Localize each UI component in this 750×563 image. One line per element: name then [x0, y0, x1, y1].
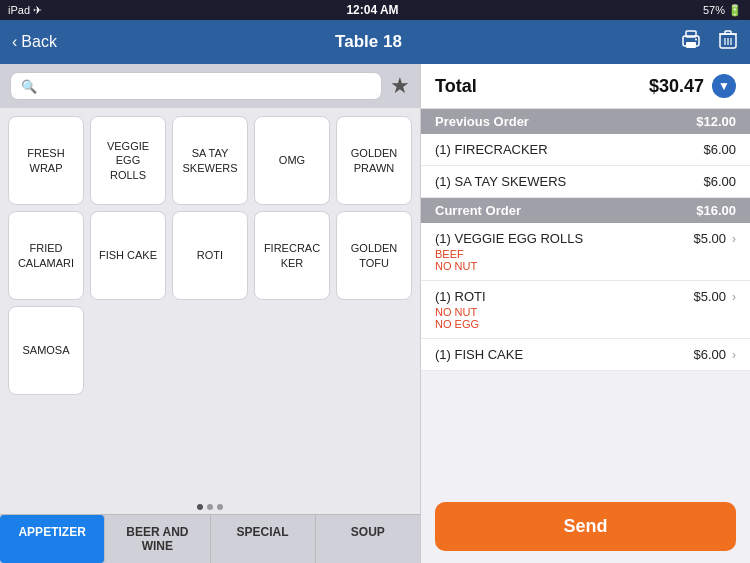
tab-soup[interactable]: SOUP [316, 515, 420, 563]
order-item-chevron-icon: › [732, 348, 736, 362]
menu-item-veggie-egg-rolls[interactable]: VEGGIE EGG ROLLS [90, 116, 166, 205]
previous-order-header: Previous Order$12.00 [421, 109, 750, 134]
current-order-header: Current Order$16.00 [421, 198, 750, 223]
order-item-right: $6.00 [703, 142, 736, 157]
order-item-left: (1) SA TAY SKEWERS [435, 174, 566, 189]
back-button[interactable]: ‹ Back [12, 33, 57, 51]
order-item-chevron-icon: › [732, 232, 736, 246]
svg-rect-1 [686, 42, 696, 48]
search-icon: 🔍 [21, 79, 37, 94]
total-value: $30.47 [649, 76, 704, 97]
order-item-name: (1) SA TAY SKEWERS [435, 174, 566, 189]
order-item-mod: BEEF [435, 248, 583, 260]
order-item-price: $5.00 [693, 289, 726, 304]
order-item-right: $6.00 [703, 174, 736, 189]
send-button[interactable]: Send [435, 502, 736, 551]
print-icon[interactable] [680, 29, 702, 56]
favorites-button[interactable]: ★ [390, 73, 410, 99]
order-item-name: (1) ROTI [435, 289, 486, 304]
send-btn-wrap: Send [421, 490, 750, 563]
status-time: 12:04 AM [346, 3, 398, 17]
menu-item-firecracker[interactable]: FIRECRAC KER [254, 211, 330, 300]
current-order-label: Current Order [435, 203, 521, 218]
total-amount: $30.47 ▼ [649, 74, 736, 98]
search-bar: 🔍 ★ [0, 64, 420, 108]
tab-appetizer[interactable]: APPETIZER [0, 515, 105, 563]
order-item-right: $6.00 › [693, 347, 736, 362]
order-item-left: (1) FISH CAKE [435, 347, 523, 362]
page-dot-1 [197, 504, 203, 510]
menu-item-sa-tay-skewers[interactable]: SA TAY SKEWERS [172, 116, 248, 205]
order-item-mod: NO EGG [435, 318, 486, 330]
order-item-mod: NO NUT [435, 260, 583, 272]
menu-item-samosa[interactable]: SAMOSA [8, 306, 84, 395]
nav-title: Table 18 [335, 32, 402, 52]
order-item-left: (1) FIRECRACKER [435, 142, 548, 157]
bottom-tabs: APPETIZERBEER AND WINESPECIALSOUP [0, 514, 420, 563]
order-item-name: (1) FISH CAKE [435, 347, 523, 362]
menu-item-omg[interactable]: OMG [254, 116, 330, 205]
current-order-item-0[interactable]: (1) VEGGIE EGG ROLLS BEEFNO NUT $5.00 › [421, 223, 750, 281]
order-item-mods: NO NUTNO EGG [435, 306, 486, 330]
menu-item-golden-prawn[interactable]: GOLDEN PRAWN [336, 116, 412, 205]
back-chevron-icon: ‹ [12, 33, 17, 51]
order-item-right: $5.00 › [693, 231, 736, 246]
menu-grid: FRESH WRAPVEGGIE EGG ROLLSSA TAY SKEWERS… [0, 108, 420, 498]
current-order-item-2[interactable]: (1) FISH CAKE $6.00 › [421, 339, 750, 371]
current-order-total: $16.00 [696, 203, 736, 218]
right-panel: Total $30.47 ▼ Previous Order$12.00 (1) … [420, 64, 750, 563]
status-right: 57% 🔋 [703, 4, 742, 17]
tab-special[interactable]: SPECIAL [211, 515, 316, 563]
current-order-item-1[interactable]: (1) ROTI NO NUTNO EGG $5.00 › [421, 281, 750, 339]
order-item-mod: NO NUT [435, 306, 486, 318]
menu-item-fried-calamari[interactable]: FRIED CALAMARI [8, 211, 84, 300]
order-item-price: $6.00 [703, 142, 736, 157]
status-bar: iPad ✈ 12:04 AM 57% 🔋 [0, 0, 750, 20]
search-input-wrap[interactable]: 🔍 [10, 72, 382, 100]
previous-order-item-1[interactable]: (1) SA TAY SKEWERS $6.00 [421, 166, 750, 198]
svg-point-3 [695, 38, 697, 40]
chevron-down-icon: ▼ [718, 79, 730, 93]
order-item-right: $5.00 › [693, 289, 736, 304]
trash-icon[interactable] [718, 29, 738, 56]
order-item-price: $6.00 [693, 347, 726, 362]
order-section: Previous Order$12.00 (1) FIRECRACKER $6.… [421, 109, 750, 490]
total-label: Total [435, 76, 477, 97]
previous-order-label: Previous Order [435, 114, 529, 129]
page-dot-3 [217, 504, 223, 510]
page-dot-2 [207, 504, 213, 510]
order-expand-button[interactable]: ▼ [712, 74, 736, 98]
total-header: Total $30.47 ▼ [421, 64, 750, 109]
order-item-price: $6.00 [703, 174, 736, 189]
nav-icons [680, 29, 738, 56]
menu-item-roti[interactable]: ROTI [172, 211, 248, 300]
order-item-name: (1) FIRECRACKER [435, 142, 548, 157]
search-input[interactable] [43, 78, 371, 94]
menu-item-fresh-wrap[interactable]: FRESH WRAP [8, 116, 84, 205]
status-left: iPad ✈ [8, 4, 42, 17]
main-content: 🔍 ★ FRESH WRAPVEGGIE EGG ROLLSSA TAY SKE… [0, 64, 750, 563]
menu-item-fish-cake[interactable]: FISH CAKE [90, 211, 166, 300]
order-item-price: $5.00 [693, 231, 726, 246]
order-item-left: (1) ROTI NO NUTNO EGG [435, 289, 486, 330]
nav-bar: ‹ Back Table 18 [0, 20, 750, 64]
order-item-left: (1) VEGGIE EGG ROLLS BEEFNO NUT [435, 231, 583, 272]
previous-order-total: $12.00 [696, 114, 736, 129]
order-item-name: (1) VEGGIE EGG ROLLS [435, 231, 583, 246]
page-dots [0, 498, 420, 514]
order-item-mods: BEEFNO NUT [435, 248, 583, 272]
left-panel: 🔍 ★ FRESH WRAPVEGGIE EGG ROLLSSA TAY SKE… [0, 64, 420, 563]
back-label: Back [21, 33, 57, 51]
previous-order-item-0[interactable]: (1) FIRECRACKER $6.00 [421, 134, 750, 166]
order-item-chevron-icon: › [732, 290, 736, 304]
tab-beer-and-wine[interactable]: BEER AND WINE [105, 515, 210, 563]
menu-item-golden-tofu[interactable]: GOLDEN TOFU [336, 211, 412, 300]
